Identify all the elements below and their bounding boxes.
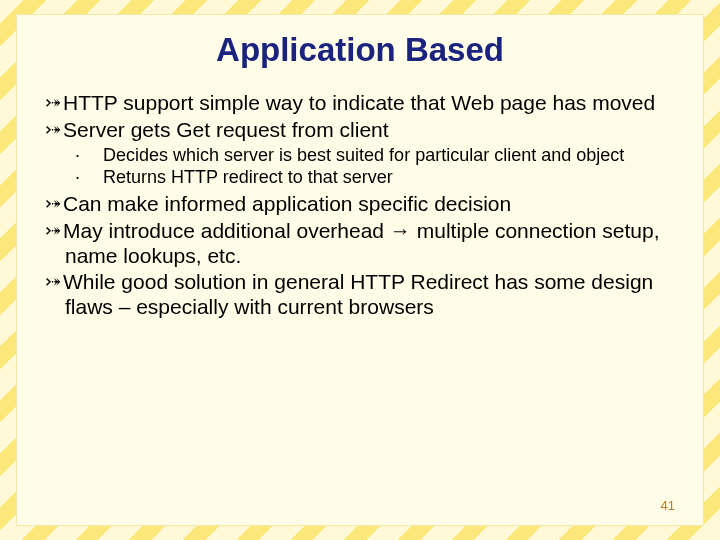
bullet-level1: ⤐Can make informed application specific … xyxy=(45,192,681,217)
bullet-dot-icon: · xyxy=(89,167,103,188)
bullet-glyph-icon: ⤐ xyxy=(45,119,61,140)
bullet-dot-icon: · xyxy=(89,145,103,166)
bullet-text: HTTP support simple way to indicate that… xyxy=(63,91,655,114)
slide-content: ⤐HTTP support simple way to indicate tha… xyxy=(17,91,703,320)
bullet-level1: ⤐Server gets Get request from client xyxy=(45,118,681,143)
bullet-level2: ·Decides which server is best suited for… xyxy=(89,145,681,166)
slide-inner: Application Based ⤐HTTP support simple w… xyxy=(16,14,704,526)
bullet-text: Server gets Get request from client xyxy=(63,118,389,141)
page-number: 41 xyxy=(661,498,675,513)
bullet-text: While good solution in general HTTP Redi… xyxy=(63,270,653,318)
sublist: ·Decides which server is best suited for… xyxy=(45,145,681,188)
bullet-glyph-icon: ⤐ xyxy=(45,193,61,214)
bullet-glyph-icon: ⤐ xyxy=(45,220,61,241)
bullet-level1: ⤐May introduce additional overhead → mul… xyxy=(45,219,681,269)
bullet-text: Can make informed application specific d… xyxy=(63,192,511,215)
slide: Application Based ⤐HTTP support simple w… xyxy=(0,0,720,540)
bullet-text: Decides which server is best suited for … xyxy=(103,145,624,165)
slide-title: Application Based xyxy=(17,31,703,69)
bullet-text: Returns HTTP redirect to that server xyxy=(103,167,393,187)
bullet-level1: ⤐HTTP support simple way to indicate tha… xyxy=(45,91,681,116)
bullet-glyph-icon: ⤐ xyxy=(45,92,61,113)
bullet-text: May introduce additional overhead → mult… xyxy=(63,219,660,267)
bullet-level2: ·Returns HTTP redirect to that server xyxy=(89,167,681,188)
bullet-level1: ⤐While good solution in general HTTP Red… xyxy=(45,270,681,320)
bullet-glyph-icon: ⤐ xyxy=(45,271,61,292)
